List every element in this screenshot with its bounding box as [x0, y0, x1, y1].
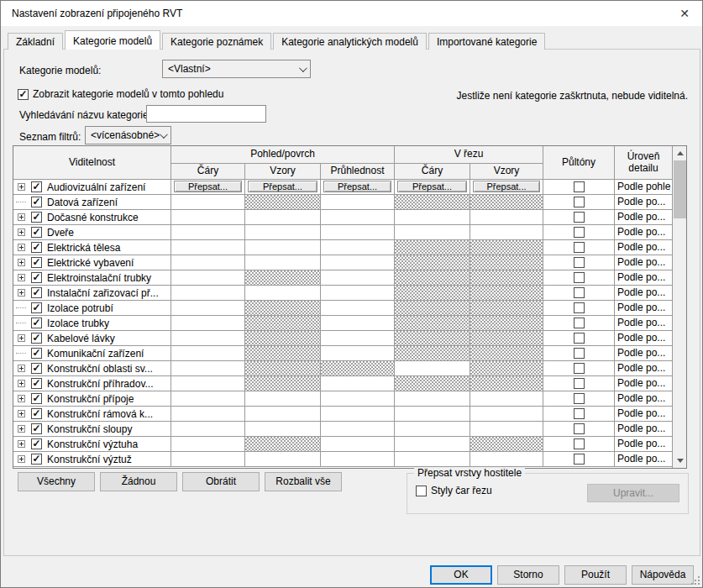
override-cut-lines-cell[interactable]: [395, 437, 470, 452]
override-button[interactable]: Přepsat...: [248, 181, 317, 192]
override-patterns-cell[interactable]: [245, 331, 321, 346]
halftone-checkbox[interactable]: [574, 242, 585, 253]
ok-button[interactable]: OK: [430, 565, 492, 585]
expand-plus-icon[interactable]: [18, 455, 25, 463]
expand-plus-icon[interactable]: [18, 440, 25, 448]
override-patterns-cell[interactable]: [245, 391, 321, 407]
detail-level-cell[interactable]: Podle po...: [615, 301, 672, 316]
override-transparency-cell[interactable]: [321, 331, 395, 346]
visibility-checkbox[interactable]: [31, 454, 42, 465]
detail-level-cell[interactable]: Podle po...: [615, 210, 672, 225]
halftone-checkbox[interactable]: [574, 197, 585, 207]
tab-2[interactable]: Kategorie modelů: [65, 30, 160, 50]
override-lines-cell[interactable]: [171, 361, 245, 376]
expand-plus-icon[interactable]: [18, 198, 25, 206]
override-transparency-cell[interactable]: [321, 437, 395, 452]
detail-level-cell[interactable]: Podle po...: [615, 225, 672, 240]
override-lines-cell[interactable]: [171, 270, 245, 286]
override-transparency-cell[interactable]: [321, 346, 395, 361]
detail-level-cell[interactable]: Podle po...: [615, 346, 672, 361]
override-patterns-cell[interactable]: [245, 195, 321, 210]
override-patterns-cell[interactable]: Přepsat...: [245, 180, 321, 195]
scroll-down-icon[interactable]: [673, 454, 687, 468]
detail-level-cell[interactable]: Podle po...: [615, 361, 672, 376]
halftone-checkbox[interactable]: [574, 272, 585, 283]
override-patterns-cell[interactable]: [245, 210, 321, 225]
visibility-checkbox[interactable]: [31, 257, 42, 268]
tab-3[interactable]: Kategorie poznámek: [162, 33, 271, 50]
help-button[interactable]: Nápověda: [632, 565, 694, 585]
halftone-checkbox[interactable]: [574, 318, 585, 328]
override-cut-patterns-cell[interactable]: [470, 270, 543, 286]
visibility-checkbox[interactable]: [31, 438, 42, 449]
override-cut-patterns-cell[interactable]: [470, 195, 543, 210]
override-transparency-cell[interactable]: Přepsat...: [321, 180, 395, 195]
visibility-checkbox[interactable]: [31, 287, 42, 298]
override-cut-lines-cell[interactable]: [395, 195, 470, 210]
expand-plus-icon[interactable]: [18, 319, 25, 327]
expand-plus-icon[interactable]: [18, 410, 25, 417]
override-transparency-cell[interactable]: [321, 361, 395, 376]
override-transparency-cell[interactable]: [321, 376, 395, 391]
detail-level-cell[interactable]: Podle po...: [615, 407, 672, 422]
override-lines-cell[interactable]: [171, 452, 245, 467]
checkbox-unchecked-icon[interactable]: [416, 486, 427, 496]
detail-level-cell[interactable]: Podle pohle: [615, 180, 672, 195]
visibility-checkbox[interactable]: [31, 272, 42, 283]
override-button[interactable]: Přepsat...: [473, 181, 540, 192]
override-patterns-cell[interactable]: [245, 361, 321, 376]
resize-grip-icon[interactable]: [691, 576, 700, 585]
override-cut-lines-cell[interactable]: [395, 407, 470, 422]
expand-plus-icon[interactable]: [18, 365, 25, 372]
override-lines-cell[interactable]: [171, 240, 245, 255]
override-cut-patterns-cell[interactable]: [470, 407, 543, 422]
detail-level-cell[interactable]: Podle po...: [615, 422, 672, 437]
override-cut-patterns-cell[interactable]: [470, 391, 543, 407]
override-transparency-cell[interactable]: [321, 240, 395, 255]
override-patterns-cell[interactable]: [245, 225, 321, 240]
expand-plus-icon[interactable]: [18, 304, 25, 312]
override-lines-cell[interactable]: [171, 286, 245, 301]
show-model-categories-checkbox[interactable]: Zobrazit kategorie modelů v tomto pohled…: [18, 88, 223, 100]
override-lines-cell[interactable]: [171, 225, 245, 240]
override-cut-lines-cell[interactable]: Přepsat...: [395, 180, 470, 195]
override-patterns-cell[interactable]: [245, 286, 321, 301]
tab-5[interactable]: Importované kategorie: [428, 33, 545, 50]
override-transparency-cell[interactable]: [321, 210, 395, 225]
override-cut-lines-cell[interactable]: [395, 376, 470, 391]
override-lines-cell[interactable]: Přepsat...: [171, 180, 245, 195]
override-cut-patterns-cell[interactable]: [470, 437, 543, 452]
halftone-checkbox[interactable]: [574, 408, 585, 419]
model-categories-select[interactable]: <Vlastní>: [162, 60, 311, 78]
override-patterns-cell[interactable]: [245, 301, 321, 316]
expand-plus-icon[interactable]: [18, 213, 25, 221]
override-lines-cell[interactable]: [171, 437, 245, 452]
apply-button[interactable]: Použít: [564, 565, 627, 585]
expand-plus-icon[interactable]: [18, 380, 25, 387]
visibility-checkbox[interactable]: [31, 318, 42, 328]
detail-level-cell[interactable]: Podle po...: [615, 331, 672, 346]
override-cut-patterns-cell[interactable]: [470, 422, 543, 437]
halftone-checkbox[interactable]: [574, 333, 585, 344]
override-cut-lines-cell[interactable]: [395, 301, 470, 316]
visibility-checkbox[interactable]: [31, 227, 42, 238]
expand-plus-icon[interactable]: [18, 334, 25, 342]
filter-list-select[interactable]: <vícenásobné>: [85, 126, 171, 144]
halftone-checkbox[interactable]: [574, 212, 585, 223]
visibility-checkbox[interactable]: [31, 181, 42, 192]
visibility-checkbox[interactable]: [31, 423, 42, 434]
override-cut-lines-cell[interactable]: [395, 316, 470, 331]
override-lines-cell[interactable]: [171, 195, 245, 210]
override-cut-patterns-cell[interactable]: [470, 255, 543, 270]
scrollbar-thumb[interactable]: [674, 160, 686, 218]
visibility-checkbox[interactable]: [31, 408, 42, 419]
override-cut-lines-cell[interactable]: [395, 331, 470, 346]
override-cut-patterns-cell[interactable]: [470, 361, 543, 376]
detail-level-cell[interactable]: Podle po...: [615, 376, 672, 391]
visibility-checkbox[interactable]: [31, 197, 42, 207]
visibility-checkbox[interactable]: [31, 393, 42, 404]
override-cut-lines-cell[interactable]: [395, 346, 470, 361]
override-cut-patterns-cell[interactable]: [470, 301, 543, 316]
detail-level-cell[interactable]: Podle po...: [615, 240, 672, 255]
override-lines-cell[interactable]: [171, 210, 245, 225]
